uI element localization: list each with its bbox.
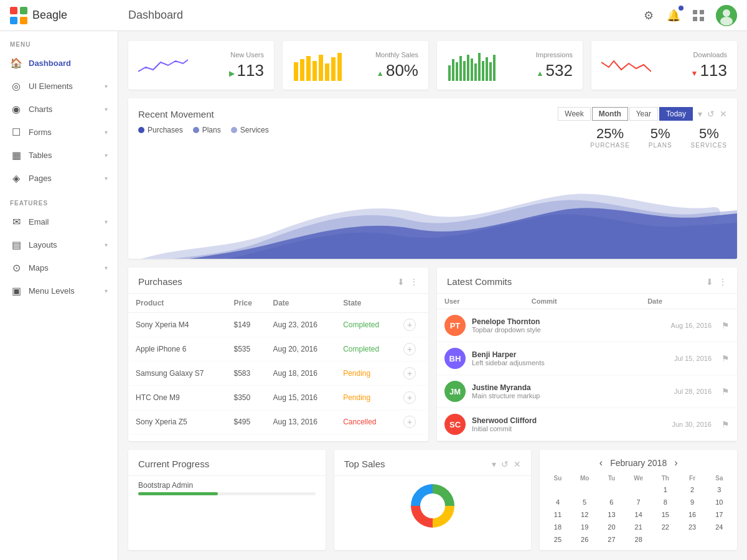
- flag-icon[interactable]: ⚑: [721, 320, 730, 330]
- sidebar-item-charts[interactable]: ◉ Charts ▾: [0, 98, 118, 121]
- refresh-icon[interactable]: ↺: [707, 109, 715, 119]
- sidebar-label-charts: Charts: [29, 105, 98, 114]
- cal-day[interactable]: 7: [626, 497, 651, 508]
- cal-day[interactable]: 1: [652, 484, 678, 495]
- price-cell: $535: [227, 337, 266, 362]
- chart-legend: Purchases Plans Services: [138, 126, 269, 134]
- add-row-btn[interactable]: +: [403, 367, 416, 380]
- email-icon: ✉: [10, 216, 22, 228]
- col-price: Price: [227, 294, 266, 313]
- flag-icon[interactable]: ⚑: [721, 419, 730, 429]
- top-sales-refresh-icon[interactable]: ↺: [501, 459, 509, 469]
- cal-day[interactable]: 4: [545, 497, 570, 508]
- cal-day[interactable]: 25: [545, 534, 570, 545]
- sidebar-item-dashboard[interactable]: 🏠 Dashboard: [0, 52, 118, 75]
- today-button[interactable]: Today: [659, 107, 693, 121]
- commit-message: Left sidebar adjusments: [472, 359, 668, 366]
- downloads-chart: [601, 50, 651, 81]
- cal-day[interactable]: 10: [707, 497, 732, 508]
- action-cell[interactable]: +: [396, 313, 428, 337]
- state-cell: Cancelled: [336, 410, 396, 434]
- close-chart-icon[interactable]: ✕: [720, 109, 727, 119]
- sidebar-item-forms[interactable]: ☐ Forms ▾: [0, 121, 118, 144]
- flag-icon[interactable]: ⚑: [721, 353, 730, 363]
- new-users-trend: ▶ 113: [194, 61, 264, 80]
- col-action: [396, 294, 428, 313]
- commits-download-icon[interactable]: ⬇: [706, 277, 713, 287]
- commits-more-icon[interactable]: ⋮: [718, 277, 727, 287]
- commit-info: Sherwood Clifford Initial commit: [472, 416, 665, 432]
- plans-pct-label: PLANS: [649, 142, 672, 149]
- cal-day[interactable]: 19: [572, 521, 598, 533]
- add-row-btn[interactable]: +: [403, 319, 416, 331]
- expand-icon[interactable]: ▾: [698, 109, 702, 119]
- sidebar-item-email[interactable]: ✉ Email ▾: [0, 210, 118, 233]
- cal-day[interactable]: 8: [652, 497, 678, 508]
- action-cell[interactable]: +: [396, 386, 428, 410]
- cal-day[interactable]: 24: [707, 521, 732, 533]
- cal-day[interactable]: 16: [680, 509, 705, 520]
- cal-day[interactable]: 14: [626, 509, 651, 520]
- cal-day[interactable]: 28: [626, 534, 651, 545]
- commit-message: Main structure markup: [472, 392, 668, 399]
- sidebar-item-tables[interactable]: ▦ Tables ▾: [0, 144, 118, 167]
- cal-day[interactable]: 15: [652, 509, 678, 520]
- month-button[interactable]: Month: [592, 107, 628, 121]
- calendar-prev[interactable]: ‹: [599, 457, 603, 469]
- top-sales-expand-icon[interactable]: ▾: [492, 459, 496, 469]
- add-row-btn[interactable]: +: [403, 416, 416, 428]
- cal-day[interactable]: 23: [680, 521, 705, 533]
- svg-rect-27: [478, 53, 481, 81]
- cal-day[interactable]: 21: [626, 521, 651, 533]
- col-date-header: Date: [647, 297, 717, 305]
- svg-rect-7: [700, 17, 704, 21]
- cal-day: [572, 484, 598, 495]
- sidebar-item-menu-levels[interactable]: ▣ Menu Levels ▾: [0, 279, 118, 302]
- calendar-next[interactable]: ›: [674, 457, 677, 469]
- action-cell[interactable]: +: [396, 337, 428, 362]
- cal-day[interactable]: 22: [652, 521, 678, 533]
- cal-day[interactable]: 26: [572, 534, 598, 545]
- grid-icon[interactable]: [691, 8, 706, 23]
- cal-day[interactable]: 11: [545, 509, 570, 520]
- week-button[interactable]: Week: [558, 107, 590, 121]
- topbar-actions: ⚙ 🔔: [641, 5, 737, 26]
- calendar-month: February 2018: [610, 458, 667, 468]
- cal-day[interactable]: 5: [572, 497, 598, 508]
- progress-header: Current Progress: [128, 450, 326, 476]
- cal-day[interactable]: 18: [545, 521, 570, 533]
- sidebar-item-pages[interactable]: ◈ Pages ▾: [0, 167, 118, 190]
- purchases-actions: ⬇ ⋮: [397, 277, 418, 287]
- action-cell[interactable]: +: [396, 362, 428, 386]
- cal-day[interactable]: 2: [680, 484, 705, 495]
- sidebar-item-maps[interactable]: ⊙ Maps ▾: [0, 256, 118, 279]
- cal-day[interactable]: 13: [599, 509, 624, 520]
- notifications-icon[interactable]: 🔔: [666, 8, 681, 23]
- cal-day-header: Mo: [572, 474, 598, 483]
- top-sales-close-icon[interactable]: ✕: [514, 459, 521, 469]
- flag-icon[interactable]: ⚑: [721, 386, 730, 396]
- add-row-btn[interactable]: +: [403, 343, 416, 355]
- sidebar-item-ui-elements[interactable]: ◎ UI Elements ▾: [0, 75, 118, 98]
- cal-day[interactable]: 27: [599, 534, 624, 545]
- year-button[interactable]: Year: [629, 107, 658, 121]
- svg-rect-5: [700, 10, 704, 14]
- action-cell[interactable]: +: [396, 410, 428, 434]
- cal-day[interactable]: 20: [599, 521, 624, 533]
- avatar[interactable]: [716, 5, 737, 26]
- layouts-icon: ▤: [10, 239, 22, 251]
- sidebar-item-layouts[interactable]: ▤ Layouts ▾: [0, 233, 118, 256]
- settings-icon[interactable]: ⚙: [641, 8, 656, 23]
- cal-day[interactable]: 3: [707, 484, 732, 495]
- commit-info: Penelope Thornton Topbar dropdown style: [472, 317, 665, 334]
- services-pct: 5% SERVICES: [691, 126, 727, 149]
- cal-day[interactable]: 17: [707, 509, 732, 520]
- add-row-btn[interactable]: +: [403, 391, 416, 404]
- cal-day[interactable]: 6: [599, 497, 624, 508]
- cal-day[interactable]: 12: [572, 509, 598, 520]
- commits-list: PT Penelope Thornton Topbar dropdown sty…: [437, 309, 737, 441]
- more-icon[interactable]: ⋮: [410, 277, 418, 287]
- impressions-info: Impressions ▲ 532: [503, 51, 573, 80]
- cal-day[interactable]: 9: [680, 497, 705, 508]
- download-icon[interactable]: ⬇: [397, 277, 405, 287]
